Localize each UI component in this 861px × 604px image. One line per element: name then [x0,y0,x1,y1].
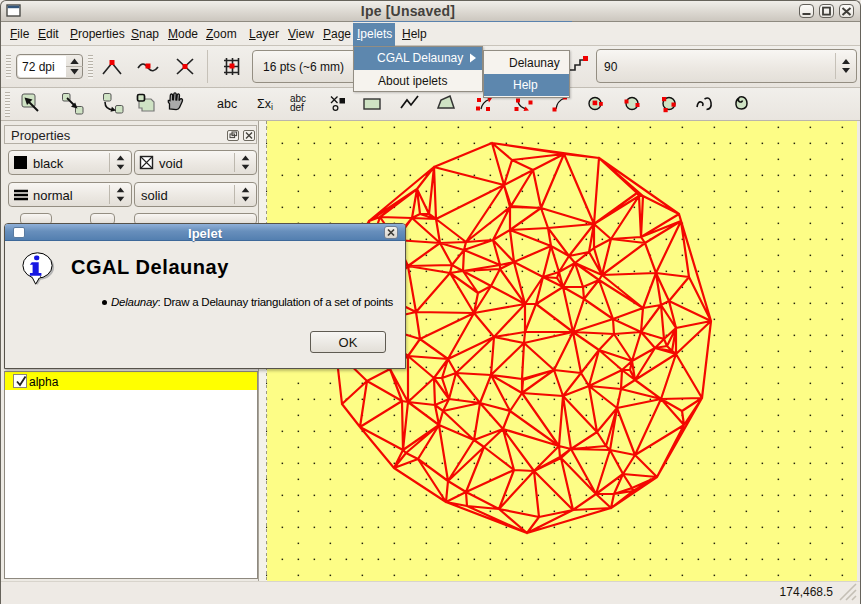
svg-text:Σxi: Σxi [257,97,273,112]
svg-text:def: def [290,102,304,113]
svg-text:abc: abc [217,97,237,111]
